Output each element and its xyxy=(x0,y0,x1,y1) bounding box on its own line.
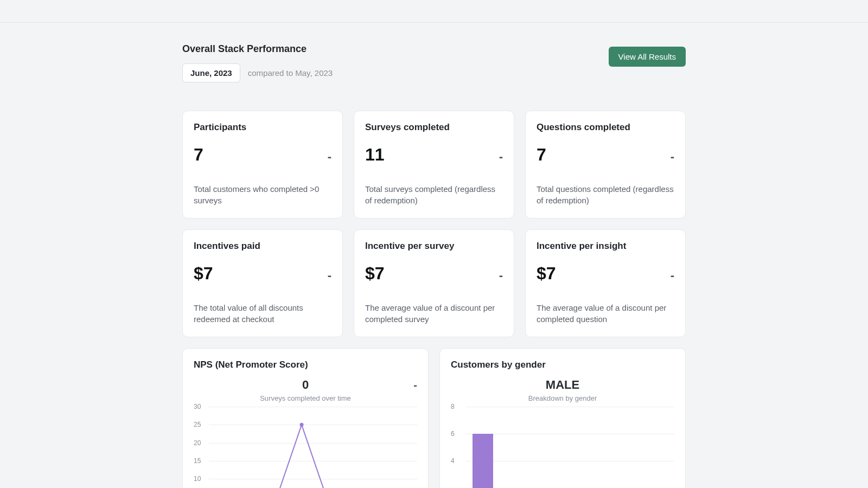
nps-chart-area: 1015202530 xyxy=(194,407,417,488)
gender-chart-area: 468 xyxy=(451,407,674,488)
metric-delta: - xyxy=(328,268,331,282)
header-left: Overall Stack Performance June, 2023 com… xyxy=(182,43,333,82)
main-container: Overall Stack Performance June, 2023 com… xyxy=(182,23,686,488)
metric-title: Participants xyxy=(194,122,331,133)
metric-title: Incentive per survey xyxy=(365,241,503,252)
bar-male xyxy=(473,434,493,488)
metrics-grid: Participants 7 - Total customers who com… xyxy=(182,111,686,337)
metric-desc: The average value of a discount per comp… xyxy=(537,302,674,325)
metric-desc: The average value of a discount per comp… xyxy=(365,302,503,325)
metric-delta: - xyxy=(499,150,503,164)
y-tick-label: 6 xyxy=(451,430,455,438)
compared-to-text: compared to May, 2023 xyxy=(248,68,333,78)
y-tick-label: 8 xyxy=(451,403,455,410)
metric-card-incentive-per-survey: Incentive per survey $7 - The average va… xyxy=(354,229,514,337)
metric-value-row: 7 - xyxy=(537,145,674,165)
metric-delta: - xyxy=(671,150,674,164)
metric-value: 11 xyxy=(365,145,385,165)
metric-desc: Total customers who completed >0 surveys xyxy=(194,183,331,206)
chart-big-value: 0 xyxy=(302,378,309,392)
nps-line-plot xyxy=(209,407,415,488)
chart-header: MALE xyxy=(451,378,674,392)
page-title: Overall Stack Performance xyxy=(182,43,333,55)
chart-subtitle: Surveys completed over time xyxy=(194,394,417,402)
metric-title: Incentives paid xyxy=(194,241,331,252)
metric-delta: - xyxy=(671,268,674,282)
metric-title: Incentive per insight xyxy=(537,241,674,252)
y-tick-label: 4 xyxy=(451,457,455,465)
grid-line xyxy=(466,434,674,434)
chart-big-value: MALE xyxy=(546,378,579,392)
metric-value-row: 11 - xyxy=(365,145,503,165)
chart-title: NPS (Net Promoter Score) xyxy=(194,359,417,370)
chart-header: 0 - xyxy=(194,378,417,392)
metric-card-incentives-paid: Incentives paid $7 - The total value of … xyxy=(182,229,343,337)
metric-desc: Total questions completed (regardless of… xyxy=(537,183,674,206)
metric-value-row: 7 - xyxy=(194,145,331,165)
gender-chart-card: Customers by gender MALE Breakdown by ge… xyxy=(439,348,686,488)
metric-value-row: $7 - xyxy=(194,264,331,284)
metric-value: $7 xyxy=(365,264,385,284)
header-row: Overall Stack Performance June, 2023 com… xyxy=(182,43,686,82)
metric-value-row: $7 - xyxy=(537,264,674,284)
metric-value: $7 xyxy=(537,264,556,284)
metric-value-row: $7 - xyxy=(365,264,503,284)
metric-delta: - xyxy=(328,150,331,164)
view-all-results-button[interactable]: View All Results xyxy=(609,47,686,67)
date-selector-button[interactable]: June, 2023 xyxy=(182,63,240,82)
y-tick-label: 10 xyxy=(194,475,201,483)
metric-title: Surveys completed xyxy=(365,122,503,133)
metric-desc: The total value of all discounts redeeme… xyxy=(194,302,331,325)
grid-line xyxy=(466,461,674,461)
metric-card-participants: Participants 7 - Total customers who com… xyxy=(182,111,343,219)
chart-subtitle: Breakdown by gender xyxy=(451,394,674,402)
top-bar xyxy=(0,0,868,23)
y-tick-label: 25 xyxy=(194,421,201,428)
metric-card-surveys-completed: Surveys completed 11 - Total surveys com… xyxy=(354,111,514,219)
date-row: June, 2023 compared to May, 2023 xyxy=(182,63,333,82)
metric-card-questions-completed: Questions completed 7 - Total questions … xyxy=(525,111,686,219)
metric-value: 7 xyxy=(194,145,203,165)
svg-point-0 xyxy=(300,423,304,427)
metric-title: Questions completed xyxy=(537,122,674,133)
metric-value: 7 xyxy=(537,145,546,165)
metric-value: $7 xyxy=(194,264,213,284)
y-tick-label: 20 xyxy=(194,439,201,447)
y-tick-label: 15 xyxy=(194,457,201,465)
y-tick-label: 30 xyxy=(194,403,201,410)
metric-desc: Total surveys completed (regardless of r… xyxy=(365,183,503,206)
chart-title: Customers by gender xyxy=(451,359,674,370)
grid-line xyxy=(466,407,674,407)
charts-row: NPS (Net Promoter Score) 0 - Surveys com… xyxy=(182,348,686,488)
metric-delta: - xyxy=(499,268,503,282)
metric-card-incentive-per-insight: Incentive per insight $7 - The average v… xyxy=(525,229,686,337)
nps-chart-card: NPS (Net Promoter Score) 0 - Surveys com… xyxy=(182,348,429,488)
chart-delta: - xyxy=(413,379,417,391)
